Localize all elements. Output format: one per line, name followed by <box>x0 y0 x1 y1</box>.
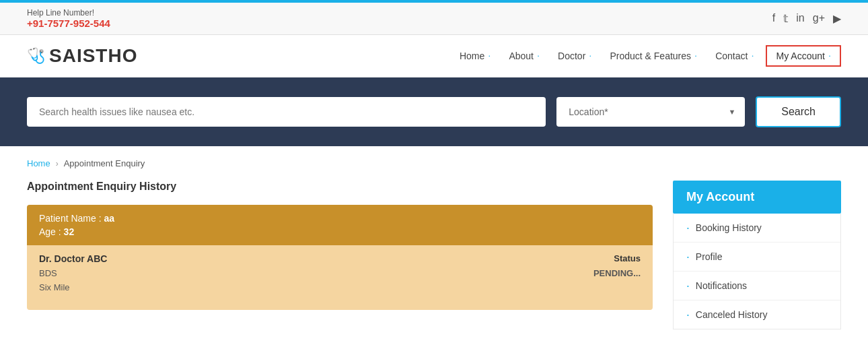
sidebar-item-canceled-history[interactable]: • Canceled History <box>674 300 840 329</box>
specialty-text: BDS <box>39 268 57 278</box>
linkedin-icon[interactable]: in <box>796 12 804 25</box>
phone-number: +91-7577-952-544 <box>27 18 110 29</box>
specialty-pending-row: BDS PENDING... <box>39 268 641 278</box>
nav-doctor[interactable]: Doctor • <box>551 46 598 65</box>
nav-dot: • <box>538 54 539 58</box>
help-label: Help Line Number! <box>27 8 110 18</box>
nav-about[interactable]: About • <box>502 46 546 65</box>
facebook-icon[interactable]: f <box>772 12 775 25</box>
patient-age-line: Age : 32 <box>39 226 641 237</box>
header: 🩺 SAISTHO Home • About • Doctor • Produc… <box>0 35 868 77</box>
main-content: Appointment Enquiry History Patient Name… <box>0 174 868 349</box>
nav-dot: • <box>589 54 591 58</box>
sidebar-item-notifications[interactable]: • Notifications <box>674 272 840 300</box>
bullet-icon: • <box>687 225 689 231</box>
bullet-icon: • <box>687 254 689 260</box>
nav-product-features[interactable]: Product & Features • <box>603 46 703 65</box>
location-select[interactable]: Location* Six Mile Other Location <box>556 97 745 127</box>
social-icons: f 𝕥 in g+ ▶ <box>772 12 841 25</box>
nav-home[interactable]: Home • <box>453 46 497 65</box>
googleplus-icon[interactable]: g+ <box>813 12 825 25</box>
top-bar: Help Line Number! +91-7577-952-544 f 𝕥 i… <box>0 3 868 35</box>
breadcrumb-separator: › <box>56 159 59 168</box>
doctor-status-row: Dr. Doctor ABC Status <box>39 253 641 264</box>
location-wrapper: Location* Six Mile Other Location <box>556 97 745 127</box>
sidebar-title: My Account <box>673 181 841 214</box>
nav-dot: • <box>829 54 830 58</box>
section-title: Appointment Enquiry History <box>27 181 653 193</box>
youtube-icon[interactable]: ▶ <box>833 12 841 25</box>
breadcrumb-home[interactable]: Home <box>27 158 50 168</box>
nav-dot: • <box>489 54 490 58</box>
patient-card: Patient Name : aa Age : 32 Dr. Doctor AB… <box>27 205 653 310</box>
status-label: Status <box>614 253 641 263</box>
sidebar-item-profile[interactable]: • Profile <box>674 243 840 272</box>
bullet-icon: • <box>687 283 689 289</box>
patient-details: Dr. Doctor ABC Status BDS PENDING... Six… <box>27 245 653 310</box>
nav-contact[interactable]: Contact • <box>709 46 760 65</box>
content-left: Appointment Enquiry History Patient Name… <box>27 181 653 329</box>
sidebar-item-booking-history[interactable]: • Booking History <box>674 214 840 243</box>
sidebar-menu: • Booking History • Profile • Notificati… <box>673 214 841 329</box>
logo: 🩺 SAISTHO <box>27 45 137 67</box>
twitter-icon[interactable]: 𝕥 <box>783 12 788 25</box>
nav-dot: • <box>695 54 696 58</box>
search-input[interactable] <box>27 97 546 127</box>
search-button[interactable]: Search <box>756 96 841 127</box>
pending-status: PENDING... <box>593 268 641 278</box>
sidebar: My Account • Booking History • Profile •… <box>673 181 841 329</box>
nav-my-account[interactable]: My Account • <box>766 45 841 67</box>
help-info: Help Line Number! +91-7577-952-544 <box>27 8 110 29</box>
doctor-name: Dr. Doctor ABC <box>39 253 107 264</box>
patient-header: Patient Name : aa Age : 32 <box>27 205 653 245</box>
search-section: Location* Six Mile Other Location Search <box>0 77 868 146</box>
location-row: Six Mile <box>39 282 641 292</box>
patient-location: Six Mile <box>39 282 70 292</box>
breadcrumb: Home › Appointment Enquiry <box>0 146 868 174</box>
breadcrumb-current: Appointment Enquiry <box>64 158 145 168</box>
logo-icon: 🩺 <box>27 47 45 65</box>
patient-name-line: Patient Name : aa <box>39 213 641 224</box>
main-nav: Home • About • Doctor • Product & Featur… <box>453 45 841 67</box>
logo-text: SAISTHO <box>49 45 137 67</box>
nav-dot: • <box>752 54 753 58</box>
bullet-icon: • <box>687 312 689 318</box>
